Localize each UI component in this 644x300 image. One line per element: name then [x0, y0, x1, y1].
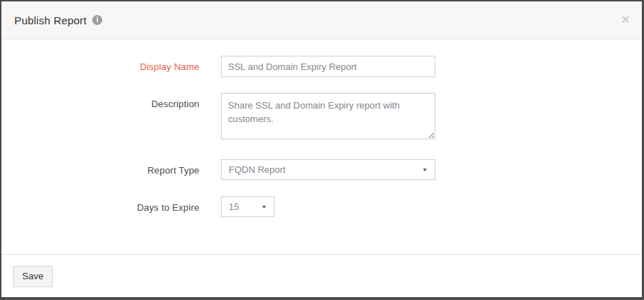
days-to-expire-label: Days to Expire	[1, 196, 199, 213]
days-to-expire-selected-value: 15	[229, 201, 239, 212]
modal-body: Display Name Description Share SSL and D…	[1, 39, 642, 254]
modal-header: Publish Report i ✕	[1, 1, 642, 39]
report-type-selected-value: FQDN Report	[229, 164, 285, 175]
report-type-row: Report Type FQDN Report ▼	[1, 159, 642, 180]
display-name-input[interactable]	[221, 56, 435, 77]
info-icon[interactable]: i	[92, 15, 102, 25]
display-name-row: Display Name	[1, 56, 642, 77]
close-icon[interactable]: ✕	[621, 14, 630, 26]
description-label: Description	[1, 93, 199, 109]
chevron-down-icon: ▼	[261, 204, 267, 209]
save-button[interactable]: Save	[13, 266, 53, 287]
days-to-expire-select[interactable]: 15 ▼	[221, 196, 274, 217]
report-type-select[interactable]: FQDN Report ▼	[221, 159, 435, 180]
description-row: Description Share SSL and Domain Expiry …	[1, 93, 642, 142]
page-title: Publish Report	[14, 14, 86, 26]
chevron-down-icon: ▼	[422, 167, 427, 172]
description-textarea[interactable]: Share SSL and Domain Expiry report with …	[221, 93, 435, 139]
display-name-label: Display Name	[1, 56, 199, 72]
publish-report-modal: Publish Report i ✕ Display Name Descript…	[0, 0, 644, 300]
report-type-label: Report Type	[1, 159, 199, 176]
modal-footer: Save	[1, 254, 642, 297]
days-to-expire-row: Days to Expire 15 ▼	[1, 196, 642, 217]
